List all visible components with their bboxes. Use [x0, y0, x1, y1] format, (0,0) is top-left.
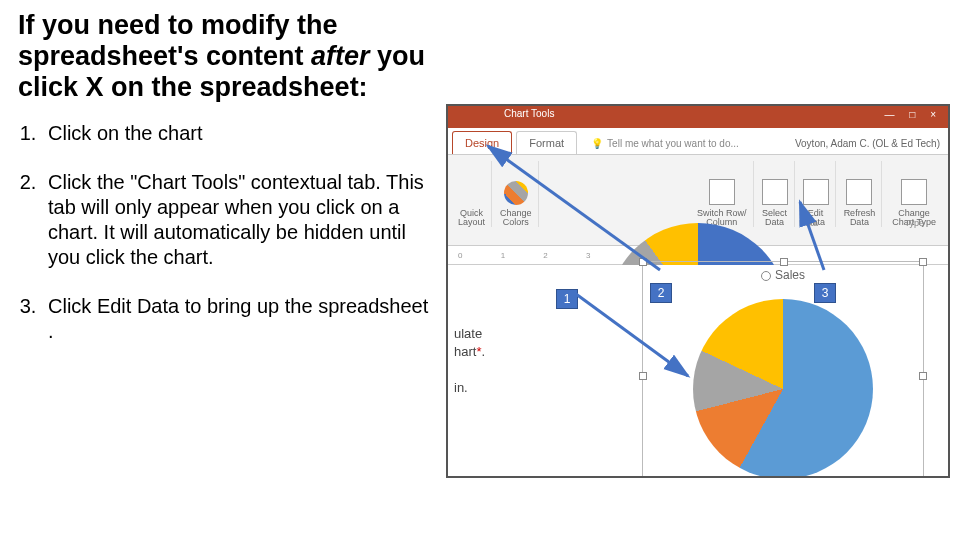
slide: If you need to modify the spreadsheet's … [0, 0, 960, 540]
tab-format[interactable]: Format [516, 131, 577, 154]
chart-object[interactable]: Sales [642, 261, 924, 478]
ribbon: QuickLayout ChangeColors Switch Row/Colu… [448, 155, 948, 246]
step-3: Click Edit Data to bring up the spreadsh… [42, 294, 438, 344]
callout-1: 1 [556, 289, 578, 309]
ribbon-switch-row-col[interactable]: Switch Row/Column [691, 161, 754, 227]
steps-list: Click on the chart Click the "Chart Tool… [42, 121, 438, 344]
change-colors-icon [504, 181, 528, 205]
bulb-icon: 💡 [591, 138, 603, 149]
edit-data-icon [803, 179, 829, 205]
tab-design[interactable]: Design [452, 131, 512, 154]
ribbon-refresh-data[interactable]: RefreshData [838, 161, 883, 227]
switch-icon [709, 179, 735, 205]
step-2: Click the "Chart Tools" contextual tab. … [42, 170, 438, 270]
partial-text: ulate hart*. in. [448, 325, 485, 398]
ribbon-group-type-label: Type [904, 218, 924, 228]
tell-me[interactable]: 💡Tell me what you want to do... [591, 138, 739, 154]
slide-canvas: ulate hart*. in. Sales 1 2 3 [448, 265, 948, 478]
step-1: Click on the chart [42, 121, 438, 146]
callout-3: 3 [814, 283, 836, 303]
title-bar: Chart Tools — □ × [448, 106, 948, 128]
ribbon-tabs: Design Format 💡Tell me what you want to … [448, 128, 948, 155]
ribbon-group-data-label: Data [799, 218, 818, 228]
refresh-data-icon [846, 179, 872, 205]
pie-chart [693, 299, 873, 478]
callout-2: 2 [650, 283, 672, 303]
contextual-tab-label: Chart Tools [504, 108, 554, 119]
heading-emphasis: after [311, 41, 370, 71]
window-controls[interactable]: — □ × [885, 109, 942, 120]
ribbon-change-colors[interactable]: ChangeColors [494, 161, 539, 227]
ribbon-quick-layout[interactable]: QuickLayout [452, 161, 492, 227]
app-screenshot: Chart Tools — □ × Design Format 💡Tell me… [446, 104, 950, 478]
signed-in-user: Voyton, Adam C. (OL & Ed Tech) [795, 138, 940, 154]
change-chart-type-icon [901, 179, 927, 205]
heading-part1: If you need to modify the spreadsheet's … [18, 10, 338, 71]
left-column: If you need to modify the spreadsheet's … [18, 10, 438, 368]
chart-title-handle-icon [761, 271, 771, 281]
ribbon-select-data[interactable]: SelectData [756, 161, 795, 227]
select-data-icon [762, 179, 788, 205]
chart-title: Sales [643, 268, 923, 282]
page-title: If you need to modify the spreadsheet's … [18, 10, 438, 103]
